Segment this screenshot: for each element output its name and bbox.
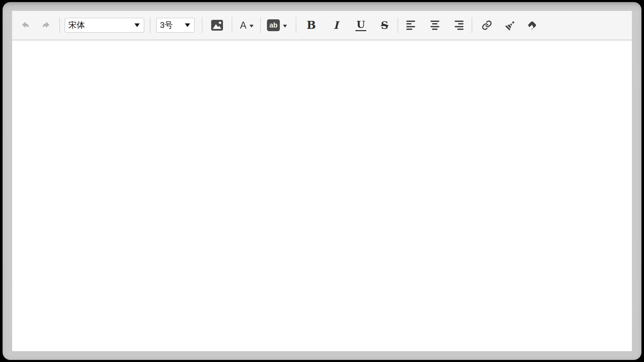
dropdown-arrow-icon — [185, 23, 190, 27]
insert-link-button[interactable] — [481, 20, 492, 31]
rich-text-editor: 宋体 3号 — [12, 11, 632, 351]
editor-content-area[interactable] — [12, 40, 632, 351]
font-size-value: 3号 — [160, 20, 182, 31]
redo-button[interactable] — [42, 22, 51, 29]
align-center-icon — [431, 21, 439, 30]
dropdown-arrow-icon — [135, 23, 140, 27]
align-left-icon — [406, 21, 415, 30]
underline-label: U — [356, 19, 365, 30]
clear-format-button[interactable] — [527, 20, 538, 31]
font-color-label: A — [240, 20, 246, 30]
paint-brush-icon — [505, 20, 515, 31]
italic-button[interactable]: I — [331, 20, 341, 30]
toolbar-separator — [260, 17, 261, 33]
toolbar-separator — [472, 17, 472, 33]
toolbar-separator — [296, 17, 296, 33]
align-center-button[interactable] — [431, 21, 439, 30]
strikethrough-label: S — [380, 20, 390, 30]
toolbar-separator — [232, 17, 232, 33]
image-icon — [211, 20, 223, 31]
bold-label: B — [306, 20, 316, 31]
link-icon — [481, 20, 492, 31]
font-family-select[interactable]: 宋体 — [65, 18, 144, 33]
undo-button[interactable] — [21, 22, 29, 29]
redo-arrow-icon — [42, 22, 51, 29]
dropdown-caret-icon — [249, 25, 254, 28]
align-right-button[interactable] — [455, 21, 463, 30]
bold-button[interactable]: B — [306, 20, 316, 31]
format-painter-button[interactable] — [505, 20, 515, 31]
highlight-color-button[interactable]: ab — [267, 19, 287, 31]
font-size-select[interactable]: 3号 — [156, 18, 195, 33]
toolbar-separator — [150, 17, 150, 33]
toolbar-separator — [202, 17, 202, 33]
font-color-button[interactable]: A — [240, 20, 254, 30]
dropdown-caret-icon — [283, 25, 287, 28]
align-left-button[interactable] — [406, 21, 415, 30]
undo-arrow-icon — [21, 22, 29, 29]
underline-icon: U — [355, 20, 366, 31]
underline-button[interactable]: U — [355, 20, 366, 31]
highlight-color-chip: ab — [267, 19, 280, 31]
font-family-value: 宋体 — [68, 20, 131, 31]
insert-image-button[interactable] — [211, 20, 223, 31]
align-right-icon — [455, 21, 463, 30]
editor-window-frame: 宋体 3号 — [3, 2, 641, 360]
strikethrough-button[interactable]: S — [380, 20, 390, 30]
italic-label: I — [331, 20, 341, 30]
editor-toolbar: 宋体 3号 — [12, 11, 632, 40]
toolbar-separator — [398, 17, 398, 33]
toolbar-separator — [59, 17, 60, 33]
eraser-icon — [527, 20, 538, 31]
